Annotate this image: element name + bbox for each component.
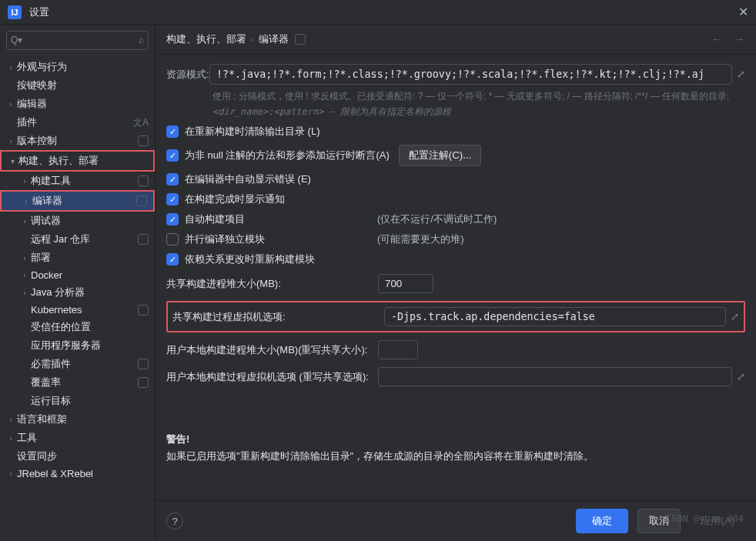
sidebar-item-16[interactable]: 必需插件 [0, 355, 155, 373]
sidebar-item-19[interactable]: ›语言和框架 [0, 410, 155, 429]
sidebar-item-8[interactable]: ›调试器 [0, 212, 155, 230]
sidebar-item-7[interactable]: ›编译器 [0, 190, 155, 212]
sidebar-item-13[interactable]: Kubernetes [0, 302, 155, 318]
sidebar-item-label: 应用程序服务器 [31, 339, 149, 352]
sidebar-item-label: Java 分析器 [31, 286, 149, 299]
null-assert-checkbox[interactable]: ✓ [166, 149, 179, 162]
resource-pattern-input[interactable] [209, 64, 732, 85]
sidebar-item-label: 远程 Jar 仓库 [31, 232, 135, 246]
chevron-right-icon: › [18, 271, 31, 279]
chevron-right-icon: › [18, 289, 31, 297]
help-button[interactable]: ? [166, 513, 183, 529]
window-title: 设置 [29, 5, 738, 19]
shared-vmoptions-row: 共享构建过程虚拟机选项: ⤢ [166, 301, 745, 332]
clear-output-checkbox[interactable]: ✓ [166, 125, 179, 138]
warning-block: 警告! 如果已启用选项"重新构建时清除输出目录"，存储生成源的目录的全部内容将在… [166, 432, 745, 463]
sidebar-item-0[interactable]: ›外观与行为 [0, 58, 155, 76]
deps-rebuild-checkbox[interactable]: ✓ [166, 253, 179, 265]
sidebar-item-18[interactable]: 运行目标 [0, 392, 155, 410]
resource-pattern-label: 资源模式: [166, 68, 209, 82]
chevron-right-icon: › [5, 100, 17, 109]
chevron-right-icon: › [18, 217, 31, 225]
resource-hint1: 使用 ; 分隔模式，使用 ! 求反模式。已接受通配符: ? — 仅一个符号; *… [212, 89, 745, 103]
sidebar-item-label: 编译器 [32, 194, 133, 208]
sidebar-item-label: 外观与行为 [17, 60, 149, 74]
ok-button[interactable]: 确定 [576, 509, 628, 533]
sidebar-item-17[interactable]: 覆盖率 [0, 373, 155, 392]
local-vmoptions-input[interactable] [378, 367, 732, 386]
show-errors-checkbox[interactable]: ✓ [166, 173, 179, 185]
chevron-right-icon: › [5, 416, 17, 424]
configure-annotations-button[interactable]: 配置注解(C)... [399, 145, 482, 166]
chevron-right-icon: › [5, 137, 17, 145]
footer: ? 确定 取消 应用(A) [156, 500, 756, 541]
sidebar-item-14[interactable]: 受信任的位置 [0, 318, 155, 336]
chevron-right-icon: › [18, 177, 31, 185]
close-icon[interactable]: ✕ [738, 5, 748, 19]
sidebar-item-label: 语言和框架 [17, 412, 149, 426]
chevron-right-icon: › [5, 63, 17, 72]
scope-badge [295, 34, 306, 45]
sidebar-item-20[interactable]: ›工具 [0, 429, 155, 447]
chevron-right-icon: › [251, 35, 254, 44]
null-assert-label: 为非 null 注解的方法和形参添加运行时断言(A) [185, 149, 390, 162]
filter-icon[interactable]: ⌕ [139, 35, 144, 45]
auto-build-checkbox[interactable]: ✓ [166, 213, 179, 225]
local-heap-input[interactable] [378, 340, 418, 359]
sidebar-item-label: 构建工具 [31, 174, 135, 188]
sidebar-item-1[interactable]: 按键映射 [0, 76, 155, 95]
sidebar-item-10[interactable]: ›部署 [0, 249, 155, 267]
chevron-down-icon: ▾ [6, 157, 18, 165]
sidebar-item-label: 版本控制 [17, 134, 135, 148]
expand-icon[interactable]: ⤢ [737, 68, 745, 80]
sidebar: Q▾ ⌕ ›外观与行为按键映射›编辑器插件文A›版本控制▾构建、执行、部署›构建… [0, 25, 156, 541]
sidebar-item-9[interactable]: 远程 Jar 仓库 [0, 230, 155, 249]
notify-checkbox[interactable]: ✓ [166, 193, 179, 205]
sidebar-item-label: 插件 [17, 115, 132, 129]
scope-badge [138, 234, 149, 245]
shared-heap-label: 共享构建进程堆大小(MB): [166, 277, 378, 291]
warning-title: 警告! [166, 432, 745, 446]
chevron-right-icon: › [5, 434, 17, 442]
deps-rebuild-label: 依赖关系更改时重新构建模块 [185, 252, 315, 266]
titlebar: IJ 设置 ✕ [0, 0, 756, 25]
expand-icon[interactable]: ⤢ [731, 311, 739, 322]
scope-badge [138, 377, 149, 388]
sidebar-item-3[interactable]: 插件文A [0, 113, 155, 132]
sidebar-item-22[interactable]: ›JRebel & XRebel [0, 466, 155, 482]
auto-build-note: (仅在不运行/不调试时工作) [377, 212, 497, 226]
sidebar-item-11[interactable]: ›Docker [0, 267, 155, 283]
language-icon: 文A [133, 116, 149, 129]
apply-button[interactable]: 应用(A) [690, 509, 745, 533]
sidebar-item-15[interactable]: 应用程序服务器 [0, 336, 155, 355]
shared-heap-input[interactable] [378, 274, 433, 293]
sidebar-item-label: 必需插件 [31, 357, 135, 371]
sidebar-item-6[interactable]: ›构建工具 [0, 172, 155, 190]
search-input[interactable] [6, 31, 149, 50]
local-vmoptions-label: 用户本地构建过程虚拟机选项 (重写共享选项): [166, 370, 378, 384]
resource-hint2: <dir_name>:<pattern> — 限制为具有指定名称的源根 [212, 105, 745, 119]
sidebar-item-label: 运行目标 [31, 394, 149, 408]
parallel-checkbox[interactable] [166, 233, 179, 245]
nav-fwd-icon[interactable]: → [733, 32, 745, 46]
parallel-label: 并行编译独立模块 [185, 232, 377, 246]
cancel-button[interactable]: 取消 [637, 509, 681, 533]
sidebar-item-2[interactable]: ›编辑器 [0, 95, 155, 113]
nav-back-icon[interactable]: ← [711, 32, 724, 46]
shared-vmoptions-input[interactable] [384, 307, 726, 326]
chevron-right-icon: › [18, 254, 31, 262]
sidebar-item-label: 部署 [31, 251, 149, 265]
sidebar-item-5[interactable]: ▾构建、执行、部署 [0, 150, 155, 172]
sidebar-item-label: JRebel & XRebel [17, 468, 149, 479]
sidebar-item-label: 构建、执行、部署 [18, 154, 147, 168]
scope-badge [138, 305, 149, 316]
scope-badge [138, 135, 149, 146]
sidebar-item-label: 受信任的位置 [31, 320, 149, 334]
expand-icon[interactable]: ⤢ [737, 371, 745, 382]
clear-output-label: 在重新构建时清除输出目录 (L) [185, 125, 320, 139]
sidebar-item-4[interactable]: ›版本控制 [0, 132, 155, 150]
sidebar-item-21[interactable]: 设置同步 [0, 447, 155, 466]
breadcrumb-a[interactable]: 构建、执行、部署 [166, 32, 246, 46]
sidebar-item-12[interactable]: ›Java 分析器 [0, 283, 155, 302]
settings-tree: ›外观与行为按键映射›编辑器插件文A›版本控制▾构建、执行、部署›构建工具›编译… [0, 56, 155, 541]
